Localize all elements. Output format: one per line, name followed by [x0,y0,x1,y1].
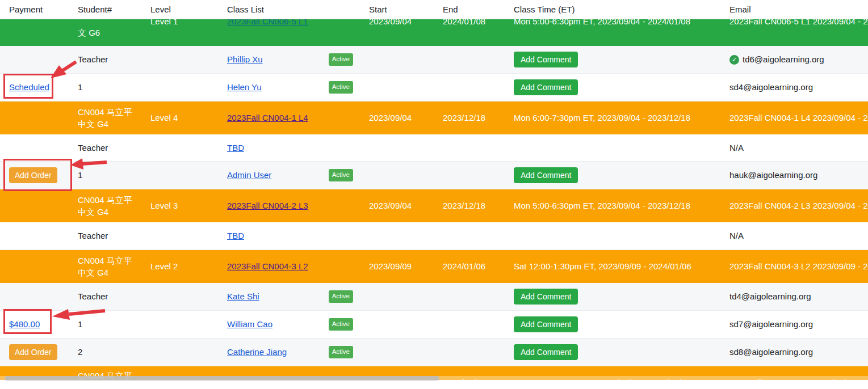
class-email: 2023Fall CN004-2 L3 2023/09/04 - 2023/ [720,200,868,212]
class-end-date: 2024/01/08 [434,19,505,27]
student-email: sd4@aigolearning.org [720,82,868,93]
student-email: sd8@aigolearning.org [720,346,868,358]
payment-amount-link[interactable]: $480.00 [9,319,40,329]
student-name-link[interactable]: Admin User [227,170,271,181]
col-header-student-num: Student# [69,4,141,15]
status-badge: Active [329,169,353,181]
schedule-table: Payment Student# Level Class List Start … [0,0,868,385]
class-time: Mon 6:00-7:30pm ET, 2023/09/04 - 2023/12… [505,112,720,124]
add-comment-button[interactable]: Add Comment [514,52,578,68]
table-row-student: Scheduled 1 Helen Yu Active Add Comment … [0,74,868,102]
status-badge: Active [329,81,353,94]
status-badge: Active [329,318,353,331]
add-comment-button[interactable]: Add Comment [514,79,578,96]
teacher-label: Teacher [69,291,141,302]
verified-check-icon: ✓ [729,55,739,65]
class-time: Mon 5:00-6:30pm ET, 2023/09/04 - 2023/12… [505,200,720,212]
teacher-name-link[interactable]: Phillip Xu [227,54,263,65]
status-badge: Active [329,290,353,303]
class-name: CN004 马立平中文 G4 [69,106,141,130]
class-link[interactable]: 2023Fall CN004-1 L4 [227,113,308,122]
class-level: Level 3 [141,200,218,212]
class-start-date: 2023/09/09 [360,261,434,272]
payment-scheduled-link[interactable]: Scheduled [9,82,49,92]
add-comment-button[interactable]: Add Comment [514,289,578,305]
class-start-date: 2023/09/04 [360,19,434,27]
col-header-level: Level [141,4,218,15]
class-email: 2023Fall CN004-1 L4 2023/09/04 - 2023/ [720,112,868,124]
class-end-date: 2024/01/06 [434,261,505,272]
teacher-email: N/A [720,142,868,154]
student-email: hauk@aigolearning.org [720,170,868,181]
table-row-teacher: Teacher TBD N/A [0,222,868,250]
class-name: CN004 马立平中文 G4 [69,255,141,278]
add-order-button[interactable]: Add Order [9,344,57,361]
class-time: Mon 5:00-6:30pm ET, 2023/09/04 - 2024/01… [505,19,720,27]
table-row-student: Add Order 1 Admin User Active Add Commen… [0,162,868,189]
status-badge: Active [329,346,353,358]
class-end-date: 2023/12/18 [434,200,505,212]
class-level: Level 2 [141,261,218,272]
student-number: 1 [69,319,141,330]
class-level: Level 1 [141,19,218,27]
horizontal-scrollbar-thumb[interactable] [5,376,439,380]
class-start-date: 2023/09/04 [360,200,434,212]
col-header-email: Email [720,4,868,15]
add-comment-button[interactable]: Add Comment [514,344,578,361]
teacher-email: td4@aigolearning.org [720,291,868,302]
student-number: 2 [69,346,141,358]
class-link[interactable]: 2023Fall CN004-2 L3 [227,201,308,210]
class-email: 2023Fall CN006-5 L1 2023/09/04 - 2024/ [720,19,868,27]
class-link[interactable]: 2023Fall CN004-3 L2 [227,261,308,271]
teacher-name-link[interactable]: TBD [227,231,244,240]
teacher-name-link[interactable]: Kate Shi [227,291,259,302]
student-name-link[interactable]: Catherine Jiang [227,346,287,358]
table-row-teacher: Teacher Kate Shi Active Add Comment td4@… [0,283,868,311]
table-row-student: $480.00 1 William Cao Active Add Comment… [0,311,868,339]
student-number: 1 [69,82,141,93]
class-time: Sat 12:00-1:30pm ET, 2023/09/09 - 2024/0… [505,261,720,272]
student-name-link[interactable]: Helen Yu [227,82,262,93]
table-row-class-cn004-1: CN004 马立平中文 G4 Level 4 2023Fall CN004-1 … [0,102,868,134]
student-number: 1 [69,170,141,181]
bottom-strip [0,380,868,389]
col-header-start: Start [360,4,434,15]
teacher-label: Teacher [69,54,141,65]
status-badge: Active [329,53,353,66]
col-header-end: End [434,4,505,15]
class-level: Level 4 [141,112,218,124]
class-name: 文 G6 [69,27,141,39]
student-name-link[interactable]: William Cao [227,319,272,330]
table-header-row: Payment Student# Level Class List Start … [0,0,868,19]
add-comment-button[interactable]: Add Comment [514,316,578,333]
class-name: CN004 马立平中文 G4 [69,194,141,218]
student-email: sd7@aigolearning.org [720,319,868,330]
add-comment-button[interactable]: Add Comment [514,167,578,184]
teacher-name-link[interactable]: TBD [227,143,244,153]
table-row-class-cn004-2: CN004 马立平中文 G4 Level 3 2023Fall CN004-2 … [0,189,868,222]
table-row-student: Add Order 2 Catherine Jiang Active Add C… [0,339,868,366]
table-row-teacher: Teacher Phillip Xu Active Add Comment ✓ … [0,46,868,74]
teacher-email: N/A [720,230,868,242]
teacher-label: Teacher [69,142,141,154]
add-order-button[interactable]: Add Order [9,167,57,184]
class-start-date: 2023/09/04 [360,112,434,124]
table-row-class-cn006-5: 文 G6 Level 1 2023Fall CN006-5 L1 2023/09… [0,19,868,46]
teacher-email: td6@aigolearning.org [743,54,824,65]
col-header-payment: Payment [0,4,69,15]
col-header-class-time: Class Time (ET) [505,4,720,15]
teacher-label: Teacher [69,230,141,242]
table-row-teacher: Teacher TBD N/A [0,134,868,162]
class-link[interactable]: 2023Fall CN006-5 L1 [227,19,308,26]
class-end-date: 2023/12/18 [434,112,505,124]
class-email: 2023Fall CN004-3 L2 2023/09/09 - 2024/ [720,261,868,272]
table-row-class-cn004-3: CN004 马立平中文 G4 Level 2 2023Fall CN004-3 … [0,250,868,283]
col-header-class-list: Class List [218,4,360,15]
